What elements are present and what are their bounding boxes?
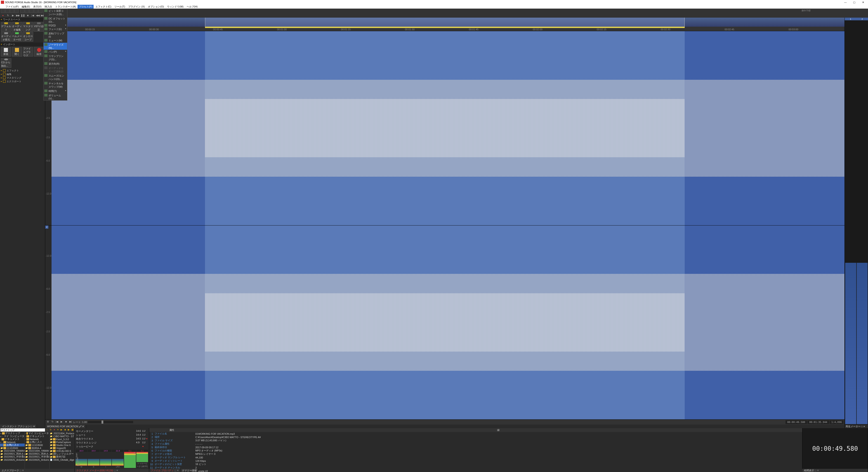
explorer-item[interactable]: ▫ドキュメント: [0, 438, 25, 441]
import-cd[interactable]: CD から抽出...: [1, 58, 11, 68]
close-icon[interactable]: □ ✕: [114, 469, 118, 472]
explorer-del-icon[interactable]: ✕: [56, 429, 59, 432]
menu-transport[interactable]: トランスポート(A): [54, 5, 77, 8]
properties-tab[interactable]: ファイル プロパティ□ ✕: [149, 469, 180, 472]
import-header[interactable]: ▾インポート: [0, 42, 45, 46]
go-start-button[interactable]: |◀: [31, 13, 35, 17]
wt-end-icon[interactable]: ▶|: [69, 420, 72, 424]
explorer-play-icon[interactable]: ▶: [60, 429, 63, 432]
tool-copy-icon[interactable]: [25, 9, 29, 13]
explorer-item[interactable]: 📁Vegas20: [50, 446, 74, 449]
menu-file[interactable]: ファイル(F): [4, 5, 20, 8]
mi-mute[interactable]: ミュート(M): [43, 38, 67, 43]
explorer-stop-icon[interactable]: ■: [64, 429, 67, 432]
channel-1[interactable]: 1 -12.0-6.0-2.5-2.5-6.0-12.0: [45, 31, 844, 225]
ws-edit[interactable]: オーディオ編集: [12, 22, 22, 32]
import-browse[interactable]: ファイルブラウズ: [23, 47, 33, 57]
record-button[interactable]: ●: [1, 13, 5, 17]
mi-time[interactable]: 時間(T): [43, 89, 67, 93]
workspace-header[interactable]: ▾ワークスペース: [0, 18, 45, 21]
menu-plugin[interactable]: プラグイン (X): [127, 5, 146, 8]
tool-trim-icon[interactable]: [38, 9, 42, 13]
menu-help[interactable]: ヘルプ(H): [185, 5, 199, 8]
loudness-tab[interactable]: ラウドネス メーター (EBU R128)□ ✕: [74, 469, 149, 472]
explorer-item[interactable]: ▾ ▫お気に入り: [0, 443, 25, 446]
play-all-button[interactable]: ▶▶: [16, 13, 20, 17]
explorer-item[interactable]: ▫ドキュメント: [25, 435, 50, 438]
minimize-button[interactable]: —: [841, 1, 849, 4]
wt-stop-icon[interactable]: ■: [64, 420, 68, 424]
import-new[interactable]: 新規: [1, 47, 11, 57]
explorer-item[interactable]: 📁Studio One 6: [50, 443, 74, 446]
instant-action-tab[interactable]: インスタント アクション □ ✕: [0, 424, 37, 429]
ws-vst[interactable]: VSTの設定: [34, 22, 44, 32]
explorer-item[interactable]: 📁20220921_坪井香織さん: [25, 455, 50, 458]
tool-mix-icon[interactable]: [34, 9, 38, 13]
tool-open-icon[interactable]: [5, 9, 9, 13]
rewind-button[interactable]: ◀◀: [36, 13, 40, 17]
loop-button[interactable]: ↻: [6, 13, 10, 17]
channel-2[interactable]: 2 -12.0-6.0-2.5-2.5-6.0-12.0: [45, 225, 844, 420]
stop-button[interactable]: ■: [26, 13, 30, 17]
summary-tab[interactable]: サマリー情報: [180, 469, 198, 472]
tool-new-icon[interactable]: [1, 9, 5, 13]
menu-window[interactable]: ウィンドウ(W): [166, 5, 185, 8]
explorer-view-icon[interactable]: ▦: [71, 429, 74, 432]
collapse-icon[interactable]: ▾: [1, 43, 2, 45]
ws-meter[interactable]: ペルメーターV2: [12, 32, 22, 41]
mi-dc-offset[interactable]: DC オフセット(D)...: [43, 17, 67, 24]
menu-edit[interactable]: 編集(E): [20, 5, 31, 8]
close-icon[interactable]: □ ✕: [175, 469, 179, 472]
cat-master[interactable]: ▸マスタリング: [0, 76, 45, 80]
explorer-item[interactable]: 📄0930_Ototalk_diges: [50, 458, 74, 461]
cat-export[interactable]: ▸エクスポート: [0, 80, 45, 83]
mi-fade[interactable]: フェード(E): [43, 27, 67, 31]
tool-save-icon[interactable]: [10, 9, 14, 13]
explorer-item[interactable]: 📁20220925_Arduino: [25, 458, 50, 461]
menu-effect[interactable]: エフェクト(C): [94, 5, 113, 8]
ws-oscillo[interactable]: オシロスコープ: [23, 32, 33, 41]
mi-normalize[interactable]: ノーマライズ(N)...: [43, 43, 67, 50]
explorer-item[interactable]: 📁20220921_坪井香織さん: [0, 455, 25, 458]
overview-waveform[interactable]: [45, 18, 844, 27]
tool-paste-icon[interactable]: [29, 9, 33, 13]
ws-restore[interactable]: オーディオ復元: [1, 32, 11, 41]
menu-process[interactable]: プロセス(P): [78, 5, 94, 8]
play-meter-tab[interactable]: 再生メーター □ ✕: [845, 424, 868, 428]
time-ruler[interactable]: 00:00:1500:00:3000:00:4500:01:0000:01:15…: [45, 28, 844, 31]
wave-file-tab[interactable]: WORKING FOR VACATION 🖉 ✕: [45, 425, 86, 428]
explorer-auto-icon[interactable]: ▶: [67, 429, 70, 432]
explorer-fav-icon[interactable]: ★: [53, 429, 56, 432]
pause-button[interactable]: ❚❚: [21, 13, 25, 17]
menu-tool[interactable]: ツール(T): [113, 5, 126, 8]
menu-option[interactable]: オプション(O): [147, 5, 165, 8]
collapse-icon[interactable]: ▾: [1, 18, 2, 21]
cat-effect[interactable]: ▸エフェクト: [0, 69, 45, 72]
explorer-tab[interactable]: エクスプローラ□ ✕: [0, 469, 74, 472]
ws-default[interactable]: デフォルト: [1, 22, 11, 32]
explorer-item[interactable]: 📁20220925_Arduino: [0, 458, 25, 461]
mi-pan[interactable]: パン(P): [43, 50, 67, 54]
mi-swap-ch[interactable]: チャンネルをスワップ(W): [43, 81, 67, 89]
explorer-refresh-icon[interactable]: ↻: [49, 429, 52, 432]
time-display-tab[interactable]: 時間表示□ ✕: [802, 469, 868, 472]
explorer-item[interactable]: 📁PortaCapture: [50, 441, 74, 443]
explorer-item[interactable]: ▫お気に入り: [25, 441, 50, 443]
close-icon[interactable]: □ ✕: [815, 469, 819, 472]
explorer-item[interactable]: 📁111D3500: [25, 443, 50, 446]
cat-edit[interactable]: ▸編集: [0, 72, 45, 76]
play-button[interactable]: ▶: [11, 13, 15, 17]
explorer-item[interactable]: 📁20221004_Portacap: [50, 432, 74, 435]
wt-gear-icon[interactable]: ⚙: [46, 420, 50, 424]
explorer-item[interactable]: 📁Kaori_5.3.0: [50, 438, 74, 441]
tool-cut-icon[interactable]: [20, 9, 24, 13]
explorer-item[interactable]: 📁第957回: [50, 455, 74, 458]
tool-saveas-icon[interactable]: [14, 9, 19, 13]
close-icon[interactable]: □ ✕: [20, 469, 24, 472]
menu-insert[interactable]: 挿入(I): [43, 5, 53, 8]
mi-smooth[interactable]: スムーズ/エンハンス(O)...: [43, 74, 67, 81]
close-icon[interactable]: □ ✕: [31, 425, 35, 428]
slider-thumb[interactable]: [101, 420, 103, 423]
rate-slider[interactable]: [88, 421, 133, 423]
mi-eq[interactable]: EQ(Q): [43, 24, 67, 27]
